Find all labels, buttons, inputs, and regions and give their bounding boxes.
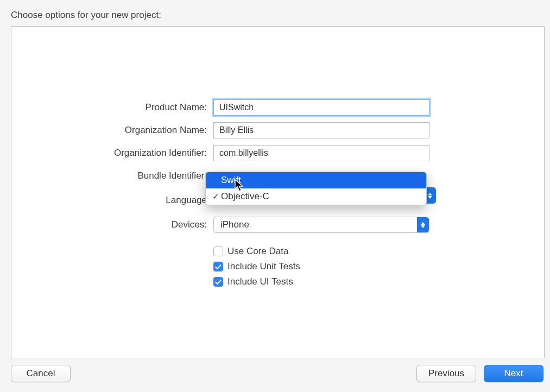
footer: Cancel Previous Next	[0, 358, 550, 392]
label-product-name: Product Name:	[11, 102, 213, 113]
checkmark-icon: ✓	[210, 192, 221, 201]
organization-identifier-input[interactable]	[213, 145, 429, 161]
row-product-name: Product Name:	[11, 96, 544, 119]
checkbox-label: Include UI Tests	[227, 276, 293, 287]
option-label: Swift	[221, 175, 426, 186]
options-checkboxes: Use Core Data Include Unit Tests Include…	[11, 244, 544, 289]
checkbox-icon	[213, 262, 223, 271]
page-title: Choose options for your new project:	[11, 10, 161, 21]
cancel-button[interactable]: Cancel	[11, 365, 71, 382]
new-project-options: Choose options for your new project: Pro…	[0, 0, 550, 392]
devices-select[interactable]: iPhone	[213, 217, 429, 233]
next-button[interactable]: Next	[484, 365, 543, 382]
label-language: Language	[11, 195, 213, 206]
option-label: Objective-C	[221, 191, 426, 202]
checkbox-icon	[213, 246, 223, 256]
language-option-objective-c[interactable]: ✓ Objective-C	[206, 188, 426, 205]
language-option-swift[interactable]: Swift	[206, 172, 426, 188]
updown-icon	[417, 217, 429, 232]
checkbox-use-core-data[interactable]: Use Core Data	[213, 244, 544, 259]
row-organization-name: Organization Name:	[11, 119, 544, 142]
options-panel: Product Name: Organization Name: Organiz…	[11, 26, 545, 358]
previous-button[interactable]: Previous	[416, 365, 476, 382]
language-dropdown: Swift ✓ Objective-C	[205, 172, 427, 205]
product-name-input[interactable]	[213, 99, 429, 116]
row-organization-identifier: Organization Identifier:	[11, 142, 544, 165]
label-devices: Devices:	[11, 219, 213, 230]
checkbox-include-ui-tests[interactable]: Include UI Tests	[213, 274, 544, 289]
label-organization-name: Organization Name:	[11, 125, 213, 136]
checkbox-label: Include Unit Tests	[227, 261, 300, 272]
checkbox-label: Use Core Data	[227, 246, 288, 257]
label-organization-identifier: Organization Identifier:	[11, 148, 213, 159]
row-devices: Devices: iPhone	[11, 213, 544, 236]
checkbox-include-unit-tests[interactable]: Include Unit Tests	[213, 259, 544, 274]
devices-select-value: iPhone	[214, 219, 417, 230]
label-bundle-identifier: Bundle Identifier:	[11, 170, 213, 181]
organization-name-input[interactable]	[213, 122, 429, 138]
checkbox-icon	[213, 277, 223, 287]
